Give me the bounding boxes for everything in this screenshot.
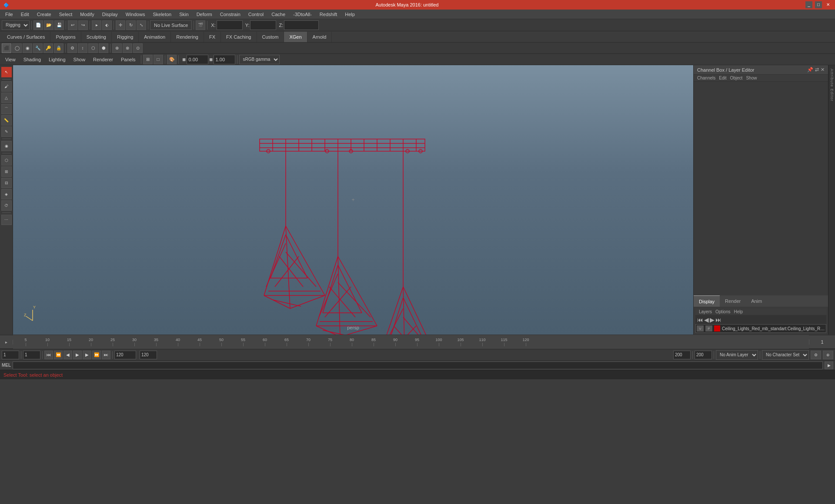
tab-animation[interactable]: Animation <box>139 32 171 42</box>
vp-render-btn[interactable]: 🎨 <box>167 55 177 64</box>
layer-color-swatch[interactable] <box>714 325 720 332</box>
lighting-menu[interactable]: Lighting <box>45 57 69 62</box>
render2-btn[interactable]: ⬡ <box>1 155 12 166</box>
redo-button[interactable]: ↪ <box>78 20 88 30</box>
tb2-btn12[interactable]: ⊗ <box>123 43 132 53</box>
tb2-btn9[interactable]: ⬡ <box>88 43 98 53</box>
view-menu[interactable]: View <box>2 57 19 62</box>
go-to-start-button[interactable]: ⏮ <box>44 351 53 359</box>
prev-key-button[interactable]: ⏪ <box>54 351 63 359</box>
select-mode-btn[interactable]: ↖ <box>1 67 12 77</box>
go-to-end-button[interactable]: ⏭ <box>102 351 110 359</box>
close-button[interactable]: ✕ <box>825 1 832 8</box>
maximize-button[interactable]: □ <box>815 1 822 8</box>
channel-box-close-icon[interactable]: ✕ <box>821 67 825 73</box>
annotate-btn[interactable]: ✎ <box>1 126 12 137</box>
tab-rendering[interactable]: Rendering <box>171 32 204 42</box>
end-frame-field[interactable]: 120 <box>140 351 157 359</box>
char-set-btn1[interactable]: ⚙ <box>811 351 821 359</box>
tab-polygons[interactable]: Polygons <box>50 32 81 42</box>
tab-rigging[interactable]: Rigging <box>112 32 139 42</box>
scale-tool[interactable]: ⤡ <box>137 20 146 30</box>
x-field[interactable] <box>217 20 243 30</box>
menu-3dtall[interactable]: -3DtoAll- <box>290 11 315 18</box>
display-btn[interactable]: ◉ <box>1 141 12 151</box>
object-tab[interactable]: Object <box>730 76 743 80</box>
tb2-btn11[interactable]: ⊕ <box>112 43 122 53</box>
menu-display[interactable]: Display <box>99 11 121 18</box>
tb2-btn7[interactable]: ⚙ <box>67 43 77 53</box>
menu-deform[interactable]: Deform <box>193 11 216 18</box>
channel-box-pin-icon[interactable]: 📌 <box>807 67 813 73</box>
char-set-btn2[interactable]: ⊕ <box>823 351 833 359</box>
layer-next-key-icon[interactable]: ⏭ <box>715 316 721 323</box>
mel-input[interactable] <box>13 361 823 369</box>
no-character-set-dropdown[interactable]: No Character Set <box>762 350 809 360</box>
rotate-tool[interactable]: ↻ <box>126 20 136 30</box>
edit-tab[interactable]: Edit <box>719 76 726 80</box>
save-scene-button[interactable]: 💾 <box>54 20 64 30</box>
range-end-field[interactable]: 120 <box>114 351 136 359</box>
tab-fx[interactable]: FX <box>204 32 221 42</box>
tab-sculpting[interactable]: Sculpting <box>81 32 112 42</box>
layers-options[interactable]: Options <box>715 309 730 314</box>
menu-select[interactable]: Select <box>56 11 76 18</box>
more-btn[interactable]: ⋯ <box>1 215 12 225</box>
anim-end-display[interactable]: 200 <box>673 351 691 359</box>
render-tab[interactable]: Render <box>720 295 746 307</box>
tab-custom[interactable]: Custom <box>257 32 284 42</box>
select-tool[interactable]: ▸ <box>92 20 101 30</box>
open-scene-button[interactable]: 📂 <box>44 20 53 30</box>
measure-btn[interactable]: 📏 <box>1 115 12 126</box>
y-field[interactable] <box>250 20 276 30</box>
next-key-button[interactable]: ⏩ <box>92 351 101 359</box>
next-frame-button[interactable]: ▶ <box>83 351 91 359</box>
no-anim-layer-dropdown[interactable]: No Anim Layer <box>716 350 758 360</box>
anim-btn[interactable]: ⏱ <box>1 200 12 211</box>
play-button[interactable]: ▶ <box>73 351 82 359</box>
channel-box-resize-icon[interactable]: ⇄ <box>815 67 819 73</box>
vp-grid-btn[interactable]: ⊞ <box>143 55 153 64</box>
show-menu[interactable]: Show <box>70 57 89 62</box>
layer-v-btn[interactable]: V <box>697 325 704 332</box>
tab-curves-surfaces[interactable]: Curves / Surfaces <box>2 32 50 42</box>
mel-execute-btn[interactable]: ▶ <box>825 361 833 369</box>
tb2-btn8[interactable]: ↕ <box>78 43 87 53</box>
curve-btn[interactable]: ⌒ <box>1 104 12 114</box>
tb2-btn4[interactable]: 🔧 <box>33 43 43 53</box>
anim-tab[interactable]: Anim <box>746 295 767 307</box>
timeline[interactable]: ▸ 5 10 15 20 25 30 35 40 45 50 55 60 65 … <box>0 335 835 349</box>
tab-xgen[interactable]: XGen <box>284 32 307 42</box>
menu-help[interactable]: Help <box>341 11 358 18</box>
menu-modify[interactable]: Modify <box>77 11 97 18</box>
new-scene-button[interactable]: 📄 <box>33 20 43 30</box>
layer-btn[interactable]: ⊞ <box>1 166 12 177</box>
tb2-btn3[interactable]: ◉ <box>23 43 32 53</box>
vp-single-btn[interactable]: □ <box>154 55 163 64</box>
timeline-track[interactable]: 5 10 15 20 25 30 35 40 45 50 55 60 65 70… <box>13 335 809 349</box>
layers-help[interactable]: Help <box>734 309 743 314</box>
tab-fx-caching[interactable]: FX Caching <box>221 32 257 42</box>
node-btn[interactable]: ◈ <box>1 189 12 199</box>
menu-cache[interactable]: Cache <box>268 11 289 18</box>
menu-redshift[interactable]: Redshift <box>316 11 341 18</box>
frame-start-field[interactable]: 1 <box>2 351 19 359</box>
lasso-tool[interactable]: ⬖ <box>102 20 112 30</box>
menu-control[interactable]: Control <box>245 11 267 18</box>
tab-arnold[interactable]: Arnold <box>307 32 332 42</box>
move-tool[interactable]: ✛ <box>116 20 125 30</box>
attribute-editor-strip[interactable]: Attribute Editor <box>828 65 835 335</box>
anim-end2-display[interactable]: 200 <box>695 351 712 359</box>
tb2-btn6[interactable]: 🔒 <box>54 43 63 53</box>
menu-constrain[interactable]: Constrain <box>217 11 244 18</box>
value2-field[interactable]: 1.00 <box>214 55 235 64</box>
layers-label[interactable]: Layers <box>699 309 712 314</box>
menu-create[interactable]: Create <box>33 11 55 18</box>
menu-windows[interactable]: Windows <box>122 11 149 18</box>
tb2-btn10[interactable]: ⬢ <box>99 43 108 53</box>
layer-prev-key-icon[interactable]: ⏮ <box>697 316 703 323</box>
prev-frame-button[interactable]: ◀ <box>63 351 72 359</box>
render-button[interactable]: 🎬 <box>196 20 205 30</box>
sculpt-btn[interactable]: △ <box>1 93 12 103</box>
viewport[interactable]: + persp Y Z <box>13 65 693 335</box>
